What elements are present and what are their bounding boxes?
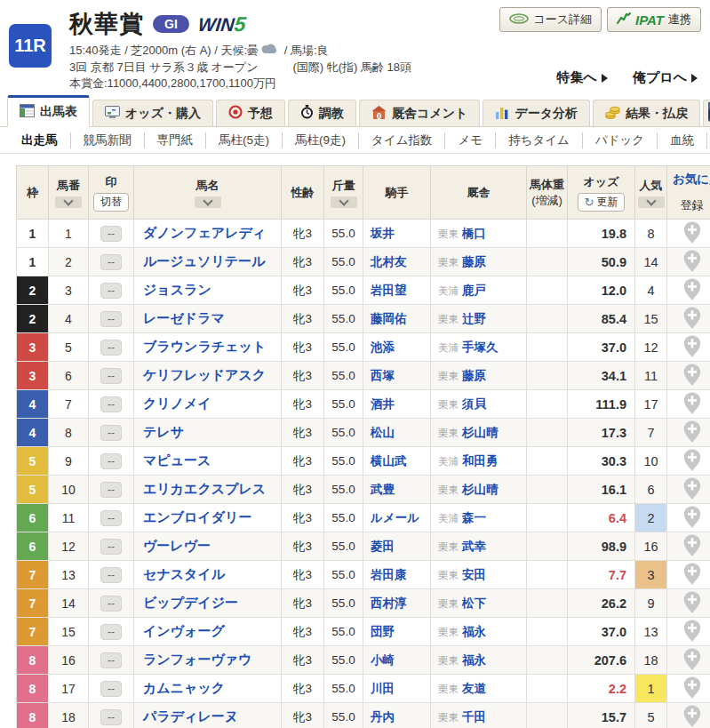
subtab-出走馬[interactable]: 出走馬 (9, 132, 71, 148)
trainer-link[interactable]: 杉山晴 (462, 426, 499, 439)
favorite-pin-icon[interactable] (683, 477, 701, 503)
jockey-link[interactable]: ルメール (371, 511, 419, 524)
ipat-link-button[interactable]: IPAT 連携 (607, 7, 701, 32)
mark-toggle-chip[interactable]: -- (100, 340, 122, 356)
favorite-pin-icon[interactable] (683, 221, 701, 247)
trainer-link[interactable]: 千田 (462, 710, 486, 724)
mark-toggle-chip[interactable]: -- (100, 596, 122, 612)
subtab-馬柱(9走)[interactable]: 馬柱(9走) (283, 132, 359, 148)
horse-name-link[interactable]: エンブロイダリー (143, 509, 251, 524)
horse-name-link[interactable]: ジョスラン (143, 282, 211, 297)
trainer-link[interactable]: 森一 (462, 511, 486, 524)
jockey-link[interactable]: 丹内 (371, 710, 395, 724)
trainer-link[interactable]: 安田 (462, 568, 486, 581)
tab-調教[interactable]: 調教 (288, 100, 356, 126)
trainer-link[interactable]: 福永 (462, 653, 486, 667)
tab-厩舎コメント[interactable]: 厩舎コメント (359, 100, 480, 126)
jockey-link[interactable]: 団野 (371, 625, 395, 638)
mark-toggle-chip[interactable]: -- (100, 709, 122, 725)
favorite-pin-icon[interactable] (683, 506, 701, 532)
jockey-link[interactable]: 池添 (371, 340, 395, 354)
favorite-pin-icon[interactable] (683, 648, 701, 674)
horse-name-link[interactable]: テレサ (143, 424, 184, 439)
trainer-link[interactable]: 杉山晴 (462, 483, 499, 496)
jockey-link[interactable]: 西村淳 (371, 596, 407, 610)
mark-toggle-chip[interactable]: -- (100, 368, 122, 384)
subtab-専門紙[interactable]: 専門紙 (145, 132, 207, 148)
favorite-pin-icon[interactable] (683, 335, 701, 361)
favorite-pin-icon[interactable] (683, 420, 701, 446)
subtab-持ちタイム[interactable]: 持ちタイム (496, 132, 583, 148)
jockey-link[interactable]: 坂井 (371, 227, 395, 240)
tab-結果・払戻[interactable]: 結果・払戻 (593, 100, 700, 126)
tab-予想[interactable]: 予想 (216, 100, 285, 126)
course-detail-button[interactable]: コース詳細 (499, 7, 602, 32)
jockey-link[interactable]: 藤岡佑 (371, 312, 407, 325)
mark-toggle-chip[interactable]: -- (100, 311, 122, 327)
mark-toggle-chip[interactable]: -- (100, 482, 122, 498)
favorite-pin-icon[interactable] (683, 449, 701, 475)
horse-name-link[interactable]: カムニャック (143, 680, 225, 695)
trainer-link[interactable]: 須貝 (462, 397, 486, 411)
tab-データ分析[interactable]: データ分析 (483, 100, 590, 126)
jockey-link[interactable]: 小崎 (371, 653, 395, 667)
horse-name-link[interactable]: クリノメイ (143, 396, 211, 411)
horse-name-link[interactable]: ビップデイジー (143, 595, 238, 610)
mark-toggle-chip[interactable]: -- (100, 226, 122, 242)
favorite-pin-icon[interactable] (683, 392, 701, 418)
tab-オッズ・購入[interactable]: オッズ・購入 (92, 100, 213, 126)
subtab-メモ[interactable]: メモ (445, 132, 496, 148)
favorite-pin-icon[interactable] (683, 534, 701, 560)
jockey-link[interactable]: 酒井 (371, 397, 395, 411)
trainer-link[interactable]: 武幸 (462, 540, 486, 553)
jockey-link[interactable]: 菱田 (371, 540, 395, 553)
favorite-pin-icon[interactable] (683, 278, 701, 304)
trainer-link[interactable]: 藤原 (462, 255, 486, 268)
favorite-pin-icon[interactable] (683, 250, 701, 276)
sort-weight-button[interactable] (331, 196, 357, 208)
jockey-link[interactable]: 西塚 (371, 369, 395, 382)
mark-toggle-chip[interactable]: -- (100, 624, 122, 640)
mark-toggle-chip[interactable]: -- (100, 425, 122, 441)
jockey-link[interactable]: 武豊 (371, 483, 395, 496)
horse-name-link[interactable]: ヴーレヴー (143, 538, 211, 553)
horse-name-link[interactable]: セナスタイル (143, 566, 225, 581)
horse-name-link[interactable]: マピュース (143, 452, 211, 468)
mark-toggle-chip[interactable]: -- (100, 567, 122, 583)
subtab-タイム指数[interactable]: タイム指数 (359, 132, 445, 148)
tab-出馬表[interactable]: 出馬表 (7, 95, 90, 127)
horse-name-link[interactable]: ブラウンラチェット (143, 339, 266, 354)
trainer-link[interactable]: 手塚久 (462, 340, 499, 354)
trainer-link[interactable]: 鹿戸 (462, 284, 486, 297)
mark-toggle-button[interactable]: 切替 (93, 193, 129, 212)
sort-horse-name-button[interactable] (195, 196, 221, 208)
tokushu-link[interactable]: 特集へ (557, 69, 608, 86)
mark-toggle-chip[interactable]: -- (100, 396, 122, 412)
subtab-競馬新聞[interactable]: 競馬新聞 (71, 132, 145, 148)
subtab-血統[interactable]: 血統 (658, 132, 707, 148)
mark-toggle-chip[interactable]: -- (100, 539, 122, 555)
favorite-pin-icon[interactable] (683, 676, 701, 702)
horse-name-link[interactable]: パラディレーヌ (143, 708, 238, 724)
horse-name-link[interactable]: レーゼドラマ (143, 310, 225, 325)
trainer-link[interactable]: 和田勇 (462, 454, 499, 468)
mark-toggle-chip[interactable]: -- (100, 283, 122, 299)
sort-horse-number-button[interactable] (55, 196, 82, 208)
trainer-link[interactable]: 辻野 (462, 312, 486, 325)
mark-toggle-chip[interactable]: -- (100, 681, 122, 697)
jockey-link[interactable]: 川田 (371, 682, 395, 695)
trainer-link[interactable]: 友道 (462, 682, 486, 695)
mark-toggle-chip[interactable]: -- (100, 510, 122, 526)
horse-name-link[interactable]: ダノンフェアレディ (143, 225, 266, 240)
horse-name-link[interactable]: ケリフレッドアスク (143, 367, 266, 382)
favorite-pin-icon[interactable] (683, 364, 701, 389)
jockey-link[interactable]: 岩田康 (371, 568, 407, 581)
sort-popularity-button[interactable] (638, 196, 665, 208)
odds-refresh-button[interactable]: ↻更新 (578, 193, 626, 212)
horse-name-link[interactable]: ルージュソリテール (143, 253, 265, 268)
horse-name-link[interactable]: ランフォーヴァウ (143, 652, 251, 667)
trainer-link[interactable]: 橋口 (462, 227, 486, 240)
jockey-link[interactable]: 北村友 (371, 255, 407, 268)
favorite-pin-icon[interactable] (683, 620, 701, 645)
trainer-link[interactable]: 福永 (462, 625, 486, 638)
